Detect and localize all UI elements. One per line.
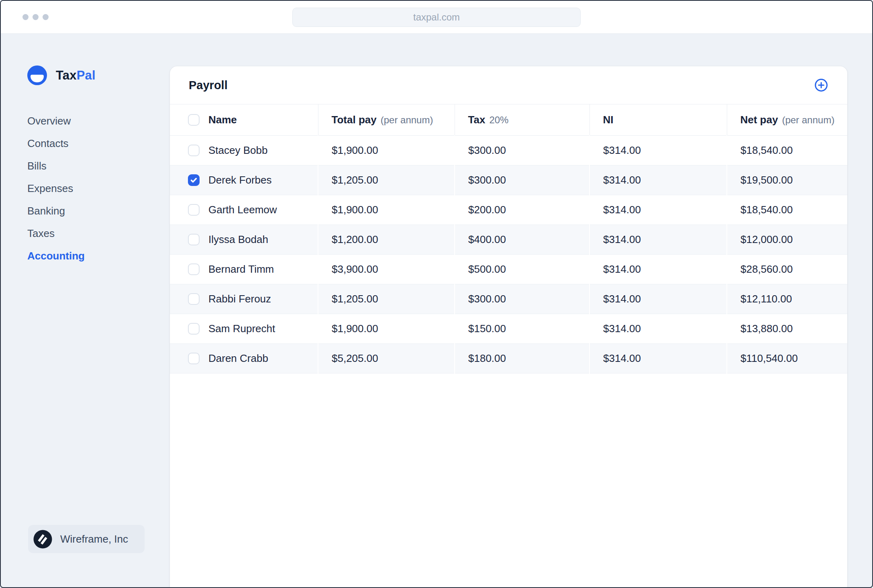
cell-ni: $314.00 [589,135,727,165]
circle-plus-icon [814,78,828,92]
wireframe-logo-icon [33,530,52,549]
row-checkbox[interactable] [188,145,200,156]
select-all-checkbox[interactable] [188,114,200,126]
table-row: Stacey Bobb$1,900.00$300.00$314.00$18,54… [170,135,847,165]
row-checkbox[interactable] [188,263,200,275]
row-checkbox[interactable] [188,204,200,216]
window-dot-icon[interactable] [43,14,49,20]
add-payroll-button[interactable] [814,78,828,92]
sidebar: TaxPal OverviewContactsBillsExpensesBank… [1,34,169,587]
cell-ni: $314.00 [589,254,727,284]
employee-name: Daren Crabb [208,352,268,365]
brand-logo: TaxPal [27,65,96,85]
cell-net-pay: $12,000.00 [727,225,847,254]
employee-name: Stacey Bobb [208,144,267,157]
sidebar-item-bills[interactable]: Bills [27,155,85,177]
employee-name: Garth Leemow [208,204,277,216]
column-header-label: Net pay [740,114,778,126]
column-header-label: Total pay [332,114,377,126]
cell-tax: $300.00 [455,284,589,314]
sidebar-item-expenses[interactable]: Expenses [27,177,85,200]
payroll-card: Payroll NameTotal pay(per annum)Tax20%NI… [170,66,847,587]
cell-name: Rabbi Ferouz [170,284,318,314]
cell-net-pay: $18,540.00 [727,135,847,165]
payroll-table: NameTotal pay(per annum)Tax20%NINet pay(… [170,104,847,374]
column-header-total-pay: Total pay(per annum) [318,104,455,135]
org-badge[interactable]: Wireframe, Inc [28,525,145,553]
row-checkbox[interactable] [188,234,200,245]
column-header-label: Tax [468,114,485,126]
app-window: TaxPal OverviewContactsBillsExpensesBank… [1,34,872,587]
column-header-label: Name [208,114,237,126]
cell-tax: $400.00 [455,225,589,254]
sidebar-item-overview[interactable]: Overview [27,110,85,132]
row-checkbox[interactable] [188,293,200,305]
table-row: Derek Forbes$1,205.00$300.00$314.00$19,5… [170,165,847,195]
employee-name: Ilyssa Bodah [208,233,268,246]
cell-name: Daren Crabb [170,343,318,373]
cell-net-pay: $28,560.00 [727,254,847,284]
cell-tax: $500.00 [455,254,589,284]
employee-name: Bernard Timm [208,263,274,276]
cell-ni: $314.00 [589,195,727,225]
cell-name: Ilyssa Bodah [170,225,318,254]
brand-name: TaxPal [56,68,96,83]
cell-total-pay: $1,200.00 [318,225,455,254]
cell-total-pay: $1,900.00 [318,314,455,343]
cell-net-pay: $110,540.00 [727,343,847,373]
table-row: Ilyssa Bodah$1,200.00$400.00$314.00$12,0… [170,225,847,254]
table-row: Bernard Timm$3,900.00$500.00$314.00$28,5… [170,254,847,284]
cell-net-pay: $19,500.00 [727,165,847,195]
sidebar-item-contacts[interactable]: Contacts [27,132,85,155]
window-dot-icon[interactable] [33,14,39,20]
payroll-card-header: Payroll [170,66,847,104]
cell-total-pay: $1,205.00 [318,165,455,195]
cell-total-pay: $5,205.00 [318,343,455,373]
row-checkbox[interactable] [188,323,200,335]
table-row: Sam Ruprecht$1,900.00$150.00$314.00$13,8… [170,314,847,343]
column-header-tax: Tax20% [455,104,589,135]
cell-tax: $180.00 [455,343,589,373]
org-name: Wireframe, Inc [60,533,128,545]
cell-tax: $150.00 [455,314,589,343]
cell-total-pay: $3,900.00 [318,254,455,284]
cell-tax: $200.00 [455,195,589,225]
column-header-subtext: (per annum) [381,114,433,125]
sidebar-item-accounting[interactable]: Accounting [27,245,85,267]
address-bar-url: taxpal.com [413,12,460,23]
cell-net-pay: $13,880.00 [727,314,847,343]
employee-name: Derek Forbes [208,174,272,186]
table-row: Daren Crabb$5,205.00$180.00$314.00$110,5… [170,343,847,373]
check-icon [190,176,198,184]
column-header-label: NI [603,114,614,126]
browser-chrome: taxpal.com [1,1,872,34]
cell-total-pay: $1,900.00 [318,195,455,225]
table-row: Rabbi Ferouz$1,205.00$300.00$314.00$12,1… [170,284,847,314]
cell-tax: $300.00 [455,135,589,165]
sidebar-item-taxes[interactable]: Taxes [27,222,85,245]
sidebar-item-banking[interactable]: Banking [27,200,85,222]
cell-ni: $314.00 [589,343,727,373]
taxpal-logo-icon [27,65,47,85]
row-checkbox[interactable] [188,353,200,364]
table-header-row: NameTotal pay(per annum)Tax20%NINet pay(… [170,104,847,135]
cell-name: Stacey Bobb [170,135,318,165]
column-header-name: Name [170,104,318,135]
sidebar-nav: OverviewContactsBillsExpensesBankingTaxe… [27,110,85,267]
cell-name: Sam Ruprecht [170,314,318,343]
column-header-subtext: (per annum) [782,114,834,125]
column-header-ni: NI [589,104,727,135]
window-control-dots [22,1,49,33]
cell-net-pay: $18,540.00 [727,195,847,225]
address-bar[interactable]: taxpal.com [292,8,581,27]
cell-total-pay: $1,900.00 [318,135,455,165]
cell-name: Derek Forbes [170,165,318,195]
cell-name: Garth Leemow [170,195,318,225]
cell-ni: $314.00 [589,314,727,343]
window-dot-icon[interactable] [22,14,29,20]
row-checkbox[interactable] [188,174,200,186]
column-header-subtext: 20% [489,114,508,125]
cell-name: Bernard Timm [170,254,318,284]
employee-name: Sam Ruprecht [208,323,275,335]
cell-ni: $314.00 [589,284,727,314]
